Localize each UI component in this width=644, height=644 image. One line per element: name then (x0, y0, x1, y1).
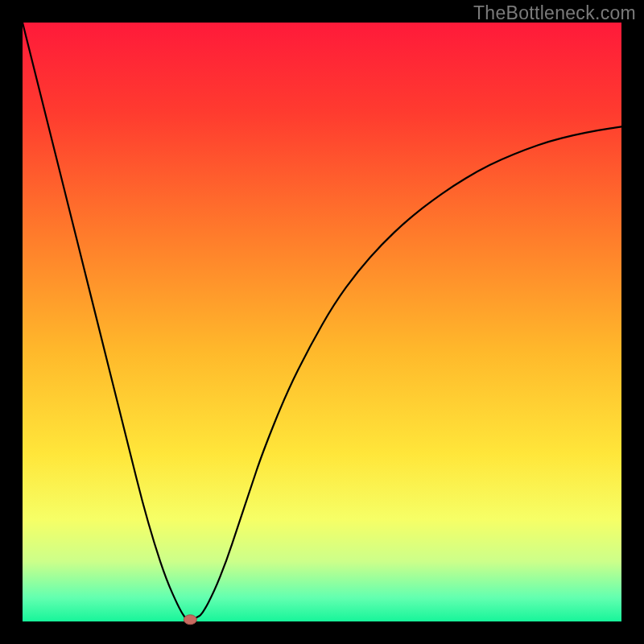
chart-frame: TheBottleneck.com (0, 0, 644, 644)
optimal-point-marker (184, 615, 196, 625)
watermark-text: TheBottleneck.com (473, 2, 636, 24)
plot-background (23, 23, 621, 621)
bottleneck-chart (0, 0, 644, 644)
